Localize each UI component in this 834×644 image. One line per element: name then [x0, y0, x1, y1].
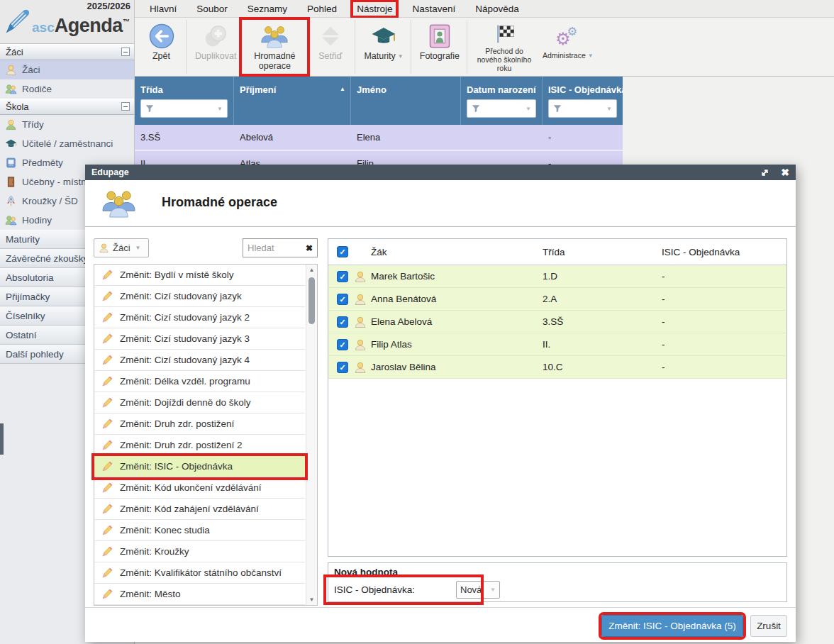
toolbar-button[interactable]: Fotografie ▼ — [416, 20, 467, 74]
operation-item[interactable]: Změnit: Bydlí v místě školy — [94, 265, 305, 286]
operation-item[interactable]: Změnit: Konec studia — [94, 520, 305, 541]
close-icon[interactable]: ✖ — [781, 167, 789, 177]
menu-item[interactable]: Nástroje — [350, 2, 399, 16]
gears-icon — [555, 23, 582, 49]
operation-item[interactable]: Změnit: Kód ukončení vzdělávání — [94, 477, 305, 499]
student-row[interactable]: Anna Benátová 2.A - — [328, 288, 786, 311]
table-column-header[interactable]: Jméno ▲ ▼ — [351, 77, 461, 125]
table-column-header[interactable]: Třída ▲ ▼ — [135, 77, 234, 125]
table-column-header[interactable]: ISIC - Objednávka ▲ ▼ — [543, 77, 623, 125]
submit-button[interactable]: Změnit: ISIC - Objednávka (5) — [601, 615, 743, 637]
student-row[interactable]: Elena Abelová 3.SŠ - — [328, 311, 786, 333]
sidebar-item[interactable]: Rodiče — [0, 79, 134, 99]
student-row[interactable]: Jaroslav Bělina 10.C - — [328, 356, 786, 379]
operation-item[interactable]: Změnit: Dojíždi denně do školy — [94, 392, 305, 413]
sidebar-item[interactable]: Žáci — [0, 60, 134, 79]
new-value-fieldset: Nová hodnota ISIC - Objednávka: Nová ▼ — [328, 562, 787, 602]
sidebar-item[interactable]: Žáci — [0, 44, 134, 60]
operation-item[interactable]: Změnit: Cizí studovaný jazyk 2 — [94, 307, 305, 328]
operation-item[interactable]: Změnit: Kód zahájení vzdělávání — [94, 499, 305, 520]
graduation-cap-icon — [370, 23, 397, 49]
resize-icon[interactable] — [760, 168, 769, 177]
caret-down-icon: ▼ — [588, 52, 594, 59]
table-row[interactable]: 3.SŠ Abelová Elena - — [135, 125, 623, 151]
table-column-header[interactable]: Příjmení ▲ ▼ — [234, 77, 351, 125]
funnel-icon — [553, 104, 562, 113]
row-checkbox[interactable] — [337, 339, 348, 350]
caret-down-icon: ▼ — [490, 587, 496, 593]
operation-item[interactable]: Změnit: Město — [94, 584, 305, 605]
scroll-down-icon[interactable]: ▼ — [306, 596, 317, 603]
column-student: Žák — [371, 247, 543, 257]
dialog-titlebar[interactable]: Edupage ✖ — [85, 165, 796, 180]
scope-selector[interactable]: Žáci ▼ — [94, 238, 149, 257]
pencil-icon — [101, 546, 113, 557]
column-filter-dropdown[interactable]: ▼ — [467, 99, 536, 118]
dialog-window-title: Edupage — [91, 167, 129, 177]
column-isic: ISIC - Objednávka — [662, 247, 786, 257]
bulk-operations-icon — [261, 23, 288, 49]
collapse-box-icon[interactable] — [121, 48, 130, 56]
students-table-header: Žák Třída ISIC - Objednávka — [328, 239, 786, 265]
classes-icon — [5, 118, 17, 131]
sort-ascending-icon: ▲ — [340, 86, 345, 92]
footer-divider — [85, 607, 796, 608]
select-all-checkbox[interactable] — [337, 246, 348, 257]
collapsed-panel-handle[interactable] — [0, 423, 4, 455]
toolbar-button[interactable]: Přechod do nového školního roku ▼ — [472, 20, 537, 74]
operation-item[interactable]: Změnit: Druh zdr. postižení — [94, 413, 305, 435]
menu-item[interactable]: Pohled — [301, 2, 343, 16]
collapse-box-icon[interactable] — [121, 102, 130, 111]
operations-list: Změnit: Bydlí v místě školy Změnit: Cizí… — [94, 264, 318, 606]
scrollbar-thumb[interactable] — [308, 277, 315, 324]
operations-panel: Žáci ▼ ✖ Změnit: Bydlí v místě školy Změ… — [94, 238, 318, 606]
toolbar-button[interactable]: Setřiď ▼ — [308, 20, 355, 74]
toolbar-button[interactable]: Hromadné operace ▼ — [242, 20, 307, 74]
rooms-icon — [5, 176, 17, 188]
column-filter-dropdown[interactable]: ▼ — [548, 99, 617, 118]
student-row[interactable]: Marek Bartošic 1.D - — [328, 265, 786, 288]
menu-item[interactable]: Soubor — [190, 2, 234, 16]
menu-item[interactable]: Nastavení — [406, 2, 462, 16]
column-filter-dropdown[interactable]: ▼ — [140, 99, 228, 118]
operation-item[interactable]: Změnit: Cizí studovaný jazyk 3 — [94, 328, 305, 350]
scroll-up-icon[interactable]: ▲ — [306, 267, 317, 273]
row-checkbox[interactable] — [337, 271, 348, 282]
pencil-logo-icon — [4, 9, 30, 35]
operation-item[interactable]: Změnit: Druh zdr. postižení 2 — [94, 435, 305, 456]
student-row[interactable]: Filip Atlas II. - — [328, 333, 786, 356]
operation-item[interactable]: Změnit: Kvalifikátor státního občanství — [94, 562, 305, 584]
toolbar-button[interactable]: Duplikovat ▼ — [191, 20, 240, 74]
row-checkbox[interactable] — [337, 362, 348, 373]
students-background-table: Třída ▲ ▼ Příjmení ▲ ▼ Jméno ▲ — [135, 77, 623, 177]
search-box: ✖ — [243, 238, 318, 257]
pencil-icon — [101, 418, 113, 430]
sidebar-item[interactable]: Škola — [0, 99, 134, 115]
row-checkbox[interactable] — [337, 316, 348, 328]
menu-item[interactable]: Hlavní — [143, 2, 183, 16]
operation-item[interactable]: Změnit: ISIC - Objednávka — [94, 456, 305, 477]
sidebar-item[interactable]: Třídy — [0, 115, 134, 134]
search-input[interactable] — [248, 243, 299, 253]
operation-item[interactable]: Změnit: Kroužky — [94, 541, 305, 562]
row-checkbox[interactable] — [337, 294, 348, 305]
operation-item[interactable]: Změnit: Délka vzděl. programu — [94, 371, 305, 392]
menu-item[interactable]: Nápověda — [469, 2, 526, 16]
clear-search-icon[interactable]: ✖ — [306, 243, 313, 253]
toolbar-button[interactable]: Zpět ▼ — [140, 20, 187, 74]
cancel-button[interactable]: Zrušit — [750, 615, 787, 637]
pencil-icon — [101, 567, 113, 579]
operation-item[interactable]: Změnit: Cizí studovaný jazyk — [94, 286, 305, 307]
app-logo-panel: 2025/2026 ascAgenda™ — [0, 0, 135, 44]
operation-item[interactable]: Změnit: Cizí studovaný jazyk 4 — [94, 350, 305, 371]
isic-value-dropdown[interactable]: Nová ▼ — [456, 581, 500, 599]
toolbar-button[interactable]: Maturity ▼ — [360, 20, 411, 74]
scope-selector-label: Žáci — [113, 243, 130, 253]
menu-item[interactable]: Seznamy — [241, 2, 294, 16]
pencil-icon — [101, 397, 113, 409]
table-column-header[interactable]: Datum narození ▲ ▼ — [461, 77, 543, 125]
sidebar-item[interactable]: Učitelé / zaměstnanci — [0, 134, 134, 153]
toolbar-button[interactable]: Administrace ▼ — [538, 20, 598, 74]
scrollbar[interactable]: ▲ ▼ — [306, 265, 317, 605]
isic-field-label: ISIC - Objednávka: — [334, 584, 456, 595]
